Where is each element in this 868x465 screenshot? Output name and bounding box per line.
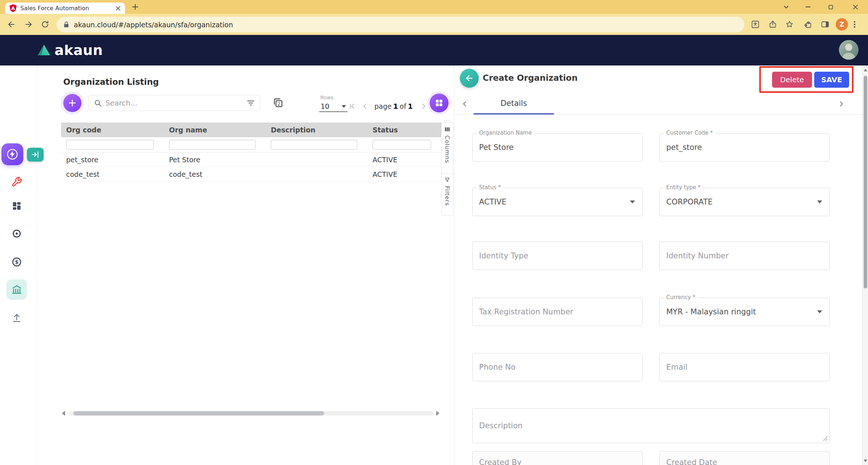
column-header-org-code[interactable]: Org code — [61, 123, 164, 137]
sidebar-item-dashboard[interactable] — [12, 201, 22, 211]
pagination: page1of1 — [348, 100, 441, 112]
filters-side-tab-label: Filters — [444, 186, 451, 206]
cell-status: ACTIVE — [367, 152, 441, 167]
rows-per-page-select[interactable]: 10 — [319, 101, 347, 112]
akaun-triangle-icon — [37, 44, 51, 56]
filters-side-tab[interactable]: Filters — [441, 173, 453, 215]
bookmark-star-icon[interactable] — [785, 20, 794, 29]
previous-page-button[interactable] — [361, 103, 369, 110]
description-textarea[interactable]: Description — [472, 408, 830, 443]
tax-registration-number-placeholder: Tax Registration Number — [479, 298, 626, 326]
filter-status-input[interactable] — [373, 140, 431, 150]
window-minimize-button[interactable] — [800, 0, 816, 14]
back-button[interactable] — [460, 69, 479, 88]
window-close-button[interactable] — [847, 0, 864, 14]
lock-icon[interactable] — [63, 21, 69, 28]
browser-tab[interactable]: A Sales Force Automation — [5, 3, 125, 14]
listing-title: Organization Listing — [63, 77, 159, 87]
save-button[interactable]: SAVE — [814, 72, 849, 88]
window-maximize-button[interactable] — [822, 0, 839, 14]
filter-description-input[interactable] — [271, 140, 357, 150]
new-tab-button[interactable] — [132, 3, 139, 11]
multi-view-icon[interactable]: 2 — [273, 98, 284, 108]
cell-description — [266, 167, 367, 181]
tab-search-chevron-icon[interactable] — [778, 0, 795, 14]
browser-profile-avatar[interactable]: Z — [836, 18, 848, 31]
sidebar-item-sfa-applet[interactable] — [1, 143, 23, 165]
app-sidebar: $ ⚙ — [0, 65, 37, 465]
login-arrow-icon — [31, 150, 40, 159]
extensions-puzzle-icon[interactable] — [804, 20, 813, 29]
hscroll-right-arrow[interactable] — [436, 411, 439, 416]
listing-search[interactable] — [89, 95, 260, 111]
arrow-left-icon — [465, 73, 474, 83]
tabs-scroll-right-icon[interactable] — [838, 101, 844, 107]
url-input[interactable] — [74, 21, 738, 29]
entity-type-select[interactable]: Entity type * CORPORATE — [659, 188, 830, 216]
vertical-scrollbar-thumb[interactable] — [864, 76, 867, 289]
columns-side-tab[interactable]: Columns — [441, 123, 453, 174]
resize-handle-icon[interactable] — [823, 436, 828, 441]
tab-title: Sales Force Automation — [20, 5, 112, 12]
status-select[interactable]: Status * ACTIVE — [472, 188, 643, 216]
currency-select[interactable]: Currency * MYR - Malaysian ringgit — [659, 298, 830, 326]
vscroll-down-arrow[interactable] — [864, 460, 867, 462]
address-bar[interactable] — [57, 17, 744, 32]
add-organization-button[interactable] — [63, 94, 81, 112]
tax-registration-number-field[interactable]: Tax Registration Number — [472, 298, 643, 326]
sidebar-item-organization[interactable] — [7, 279, 27, 300]
horizontal-scrollbar-thumb[interactable] — [73, 411, 324, 416]
phone-no-field[interactable]: Phone No — [472, 353, 643, 381]
sidebar-item-finance[interactable]: $ — [12, 257, 22, 267]
table-row[interactable]: code_test code_test ACTIVE — [61, 167, 441, 182]
applet-drawer-toggle[interactable] — [27, 148, 44, 162]
search-input[interactable] — [105, 99, 243, 107]
vscroll-up-arrow[interactable] — [864, 69, 867, 71]
grid-view-button[interactable] — [430, 94, 449, 112]
table-header-row: Org code Org name Description Status — [61, 123, 441, 137]
entity-type-value: CORPORATE — [666, 188, 813, 216]
sidebar-item-upload[interactable] — [12, 313, 22, 323]
identity-type-field[interactable]: Identity Type — [472, 242, 643, 270]
translate-icon[interactable] — [751, 20, 760, 29]
filter-org-name-input[interactable] — [169, 140, 256, 150]
browser-menu-kebab-icon[interactable] — [853, 20, 856, 29]
table-row[interactable]: pet_store Pet Store ACTIVE — [61, 152, 441, 167]
back-button[interactable] — [7, 20, 16, 29]
filter-org-code-input[interactable] — [66, 140, 154, 150]
filter-list-icon[interactable] — [247, 99, 255, 107]
column-header-status[interactable]: Status — [367, 123, 441, 137]
first-page-button[interactable] — [348, 103, 355, 110]
vertical-scrollbar[interactable] — [862, 65, 868, 465]
customer-code-field[interactable]: Customer Code * pet_store — [659, 133, 830, 162]
cell-org-code: pet_store — [61, 152, 164, 167]
side-panel-icon[interactable] — [821, 20, 829, 29]
browser-toolbar: Z — [0, 14, 868, 35]
user-avatar[interactable] — [839, 40, 859, 60]
delete-button[interactable]: Delete — [772, 72, 812, 88]
tab-close-icon[interactable] — [116, 6, 121, 11]
screen: A Sales Force Automation — [0, 0, 868, 465]
created-date-placeholder: Created Date — [666, 452, 813, 465]
customer-code-value: pet_store — [666, 134, 813, 161]
search-icon — [94, 99, 102, 107]
email-placeholder: Email — [666, 353, 813, 381]
tabs-scroll-left-icon[interactable] — [462, 101, 468, 107]
sidebar-item-applet-store[interactable] — [11, 176, 22, 187]
column-header-org-name[interactable]: Org name — [164, 123, 266, 137]
next-page-button[interactable] — [420, 103, 427, 110]
pagination-label: page1of1 — [374, 102, 414, 111]
sidebar-item-targets[interactable] — [12, 229, 22, 239]
identity-number-field[interactable]: Identity Number — [659, 242, 830, 270]
organization-name-field[interactable]: Organization Name Pet Store — [472, 133, 643, 162]
hscroll-left-arrow[interactable] — [62, 411, 65, 416]
column-header-description[interactable]: Description — [266, 123, 367, 137]
email-field[interactable]: Email — [659, 353, 830, 381]
forward-button[interactable] — [24, 20, 33, 29]
identity-type-placeholder: Identity Type — [479, 242, 626, 270]
tab-details[interactable]: Details — [474, 93, 554, 115]
share-icon[interactable] — [768, 20, 777, 29]
reload-button[interactable] — [41, 20, 49, 29]
cell-org-name: Pet Store — [164, 152, 266, 167]
cell-org-name: code_test — [164, 167, 266, 181]
